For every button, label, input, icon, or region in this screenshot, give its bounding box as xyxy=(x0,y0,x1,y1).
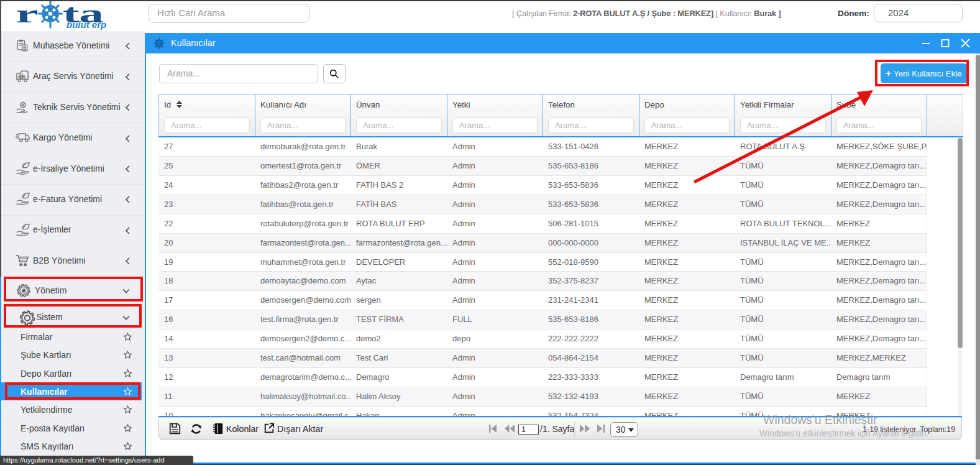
svg-text:r: r xyxy=(16,1,39,28)
